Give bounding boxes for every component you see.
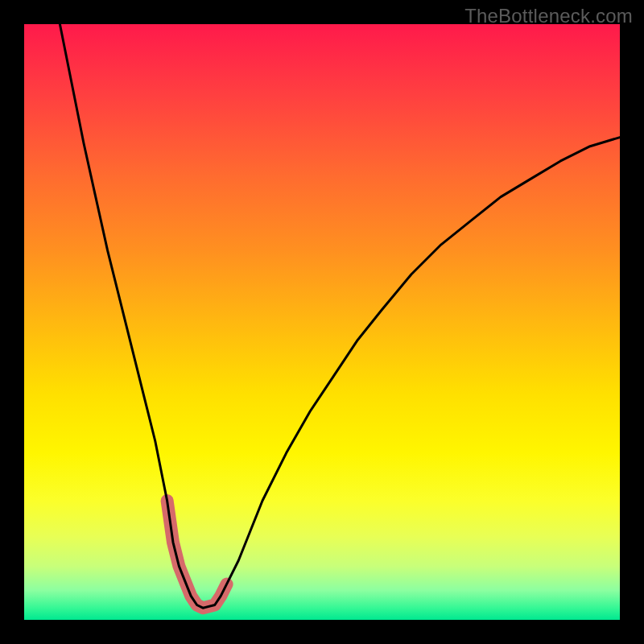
chart-frame: TheBottleneck.com [0, 0, 644, 644]
curve-path [60, 24, 620, 608]
bottleneck-curve-svg [24, 24, 620, 620]
plot-area [24, 24, 620, 620]
